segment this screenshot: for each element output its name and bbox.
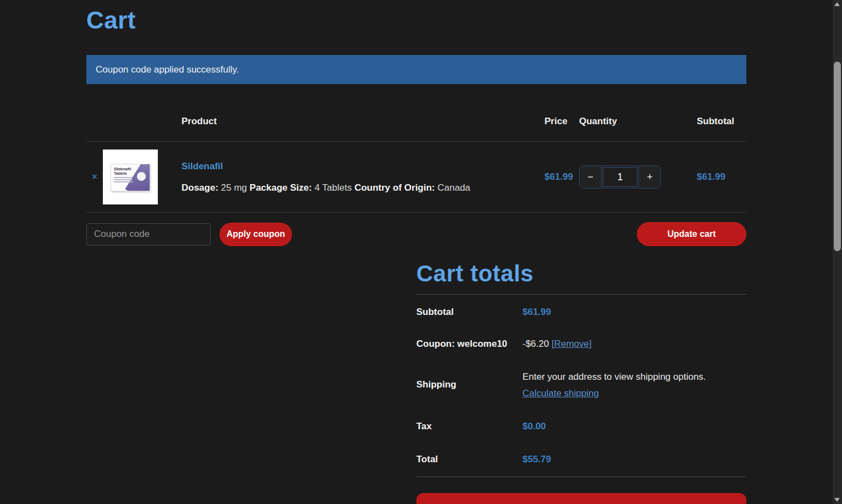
page-title: Cart — [86, 7, 746, 34]
remove-item-icon[interactable]: × — [86, 171, 103, 182]
coupon-label: Coupon: welcome10 — [416, 339, 522, 350]
shipping-row: Shipping Enter your address to view ship… — [416, 361, 746, 414]
scrollbar-thumb[interactable] — [834, 62, 841, 251]
product-image-text: Sildenafil Tablets — [114, 167, 138, 176]
column-header-price: Price — [544, 116, 579, 127]
calculate-shipping-link[interactable]: Calculate shipping — [522, 388, 706, 399]
cart-item-row: × Sildenafil Tablets Sildenafil Dosage: … — [86, 142, 746, 213]
notice-text: Coupon code applied successfully. — [96, 64, 239, 75]
coupon-discount-value: -$6.20 — [522, 339, 549, 349]
proceed-to-checkout-button[interactable]: Proceed to checkout — [416, 493, 746, 504]
apply-coupon-button[interactable]: Apply coupon — [219, 223, 292, 246]
quantity-increase-icon[interactable]: + — [639, 166, 661, 188]
medicine-box-graphic: Sildenafil Tablets — [111, 164, 150, 191]
cart-page: Cart Coupon code applied successfully. P… — [86, 0, 746, 504]
tax-label: Tax — [416, 421, 522, 432]
update-cart-button[interactable]: Update cart — [637, 222, 746, 246]
remove-coupon-link[interactable]: [Remove] — [552, 339, 592, 349]
scroll-up-icon[interactable] — [834, 2, 840, 6]
shipping-text: Enter your address to view shipping opti… — [522, 372, 706, 383]
cart-totals-title: Cart totals — [416, 261, 746, 287]
product-attributes: Dosage: 25 mg Package Size: 4 Tablets Co… — [181, 182, 544, 193]
subtotal-label: Subtotal — [416, 307, 522, 318]
notice-banner: Coupon code applied successfully. — [86, 55, 746, 84]
item-price: $61.99 — [544, 171, 579, 182]
coupon-code-input[interactable] — [86, 223, 211, 246]
tax-value: $0.00 — [522, 421, 546, 432]
subtotal-value: $61.99 — [522, 307, 551, 318]
tax-row: Tax $0.00 — [416, 414, 746, 447]
column-header-product: Product — [181, 116, 544, 127]
coupon-row: Coupon: welcome10 -$6.20 [Remove] — [416, 328, 746, 361]
product-image: Sildenafil Tablets — [103, 149, 158, 204]
shipping-label: Shipping — [416, 379, 522, 399]
total-value: $55.79 — [522, 454, 551, 465]
cart-table-header: Product Price Quantity Subtotal — [86, 84, 746, 142]
cart-actions-bar: Apply coupon Update cart — [86, 222, 746, 246]
column-header-subtotal: Subtotal — [697, 116, 746, 127]
scroll-down-icon[interactable] — [834, 498, 840, 502]
cart-totals-section: Cart totals Subtotal $61.99 Coupon: welc… — [416, 261, 746, 504]
subtotal-row: Subtotal $61.99 — [416, 295, 746, 328]
total-label: Total — [416, 454, 522, 465]
product-link[interactable]: Sildenafil — [181, 161, 544, 172]
quantity-decrease-icon[interactable]: − — [580, 166, 602, 188]
quantity-stepper: − + — [579, 165, 661, 189]
column-header-quantity: Quantity — [579, 116, 697, 127]
scrollbar[interactable] — [833, 0, 842, 504]
item-subtotal: $61.99 — [697, 171, 746, 182]
quantity-input[interactable] — [602, 166, 639, 188]
total-row: Total $55.79 — [416, 447, 746, 477]
